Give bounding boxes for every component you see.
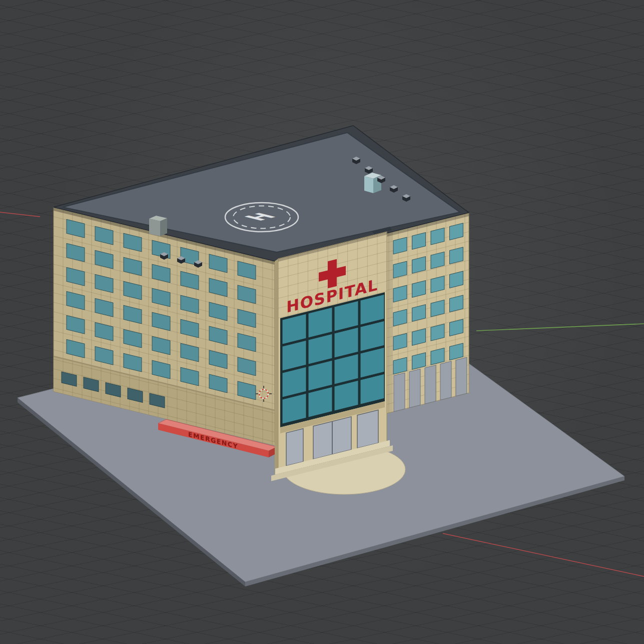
- axis-y-line: [476, 324, 644, 331]
- scene-render[interactable]: EMERGENCY HOSPITAL: [0, 0, 644, 644]
- storefront-panel: [394, 373, 405, 412]
- entrance-door: [286, 429, 303, 466]
- storefront-panel: [409, 369, 420, 408]
- axis-x-line: [0, 212, 40, 217]
- hvac-box: [149, 219, 160, 236]
- entrance-door: [357, 410, 378, 448]
- storefront-panel: [425, 365, 436, 404]
- hvac-box: [160, 218, 167, 236]
- viewport-canvas[interactable]: EMERGENCY HOSPITAL: [0, 0, 644, 644]
- hvac-box: [364, 176, 373, 193]
- tower-shadow: [387, 232, 393, 413]
- storefront-panel: [456, 357, 467, 396]
- tower-side: [275, 259, 278, 476]
- storefront-panel: [440, 361, 451, 400]
- entrance-tower[interactable]: HOSPITAL: [271, 230, 393, 481]
- axis-x-line: [443, 533, 644, 576]
